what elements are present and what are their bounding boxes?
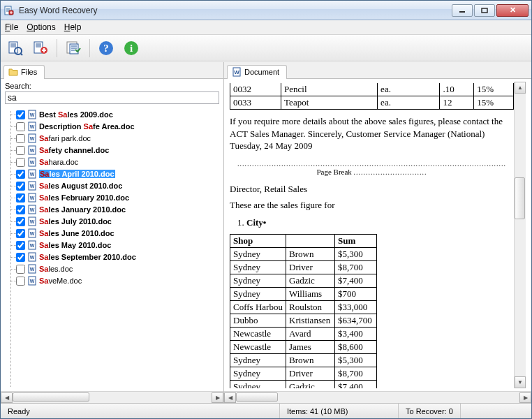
file-checkbox[interactable]	[16, 193, 25, 203]
settings-button[interactable]	[63, 38, 84, 59]
file-checkbox[interactable]	[16, 170, 25, 179]
main-window: Easy Word Recovery ✕ File Options Help ?…	[0, 0, 532, 419]
menu-file[interactable]: File	[5, 22, 18, 32]
file-checkbox[interactable]	[16, 110, 25, 119]
word-doc-icon: W	[27, 264, 37, 274]
statusbar: Ready Items: 41 (10 MB) To Recover: 0	[1, 403, 531, 418]
file-checkbox[interactable]	[16, 277, 25, 286]
word-doc-icon: W	[27, 110, 37, 119]
left-tabrow: Files	[1, 62, 223, 79]
svg-text:W: W	[30, 196, 35, 200]
sales-table: ShopSumSydneyBrown$5,300SydneyDriver$8,7…	[230, 234, 377, 388]
word-doc-icon: W	[27, 240, 37, 250]
page-break: ........................................…	[230, 159, 514, 176]
word-doc-icon: W	[27, 157, 37, 167]
file-checkbox[interactable]	[16, 229, 25, 238]
file-label: SaveMe.doc	[39, 277, 82, 285]
svg-text:W: W	[234, 69, 239, 75]
svg-text:W: W	[30, 136, 35, 141]
file-checkbox[interactable]	[16, 134, 25, 143]
scroll-down-icon[interactable]: ▼	[515, 376, 526, 388]
toolbar-separator	[57, 39, 57, 57]
scroll-up-icon[interactable]: ▲	[515, 82, 526, 94]
preview-button[interactable]	[5, 38, 26, 59]
file-checkbox[interactable]	[16, 253, 25, 262]
left-hscroll[interactable]: ◀ ▶	[1, 391, 223, 403]
about-button[interactable]: i	[121, 38, 142, 59]
menu-options[interactable]: Options	[27, 22, 55, 32]
doc-vscroll[interactable]: ▲ ▼	[514, 82, 526, 388]
file-item[interactable]: WDescription Safe Area.doc	[6, 121, 223, 132]
file-checkbox[interactable]	[16, 205, 25, 214]
svg-rect-9	[70, 44, 78, 54]
file-checkbox[interactable]	[16, 146, 25, 155]
doc-hscroll[interactable]: ◀ ▶	[224, 391, 531, 403]
file-item[interactable]: WSales February 2010.doc	[6, 192, 223, 203]
right-tabrow: W Document	[224, 62, 531, 79]
file-label: Safety channel.doc	[39, 146, 109, 154]
svg-rect-2	[459, 11, 465, 13]
scroll-left-icon[interactable]: ◀	[1, 392, 13, 403]
svg-text:W: W	[30, 172, 35, 177]
svg-text:W: W	[30, 184, 35, 189]
close-button[interactable]: ✕	[496, 4, 529, 17]
doc-paragraph: Director, Retail Sales	[230, 183, 514, 196]
document-view: 0032Pencilea..1015%0033Teapotea.1215%If …	[224, 79, 531, 391]
file-item[interactable]: WSales May 2010.doc	[6, 240, 223, 251]
search-label: Search:	[5, 82, 31, 90]
menu-help[interactable]: Help	[64, 22, 82, 32]
word-doc-icon: W	[27, 122, 37, 131]
scroll-right-icon[interactable]: ▶	[212, 392, 223, 403]
file-label: Description Safe Area.doc	[39, 122, 135, 131]
file-item[interactable]: WSales January 2010.doc	[6, 204, 223, 215]
scroll-thumb[interactable]	[515, 177, 525, 219]
file-item[interactable]: WSales.doc	[6, 263, 223, 274]
document-tab-label: Document	[244, 68, 279, 76]
file-item[interactable]: WSafari park.doc	[6, 133, 223, 144]
file-item[interactable]: WSales July 2010.doc	[6, 216, 223, 227]
search-input[interactable]	[5, 91, 219, 104]
file-label: Sales May 2010.doc	[39, 241, 111, 249]
word-doc-icon: W	[27, 169, 37, 179]
scroll-thumb[interactable]	[236, 392, 278, 402]
scroll-left-icon[interactable]: ◀	[224, 392, 236, 403]
file-item[interactable]: WSales September 2010.doc	[6, 251, 223, 263]
files-tab[interactable]: Files	[3, 65, 45, 79]
file-tree[interactable]: WBest Sales 2009.docWDescription Safe Ar…	[1, 107, 223, 391]
files-tab-label: Files	[21, 68, 37, 76]
file-label: Sahara.doc	[39, 158, 78, 166]
file-label: Sales February 2010.doc	[39, 193, 129, 202]
file-item[interactable]: WSafety channel.doc	[6, 145, 223, 156]
file-label: Sales August 2010.doc	[39, 182, 122, 190]
document-tab[interactable]: W Document	[227, 65, 287, 79]
file-item[interactable]: WSales April 2010.doc	[6, 168, 223, 179]
file-checkbox[interactable]	[16, 158, 25, 167]
file-checkbox[interactable]	[16, 265, 25, 274]
file-label: Sales September 2010.doc	[39, 253, 136, 261]
file-item[interactable]: WBest Sales 2009.doc	[6, 109, 223, 120]
titlebar: Easy Word Recovery ✕	[1, 1, 531, 20]
file-checkbox[interactable]	[16, 182, 25, 191]
file-item[interactable]: WSaveMe.doc	[6, 275, 223, 286]
file-checkbox[interactable]	[16, 217, 25, 226]
file-item[interactable]: WSales June 2010.doc	[6, 228, 223, 239]
scroll-right-icon[interactable]: ▶	[519, 392, 531, 403]
svg-text:W: W	[30, 124, 35, 129]
file-item[interactable]: WSahara.doc	[6, 156, 223, 168]
word-doc-icon: W	[27, 145, 37, 155]
minimize-button[interactable]	[452, 4, 473, 17]
help-button[interactable]: ?	[96, 38, 117, 59]
doc-list: City•	[246, 217, 514, 228]
file-item[interactable]: WSales August 2010.doc	[6, 180, 223, 191]
scroll-thumb[interactable]	[13, 392, 89, 402]
word-doc-icon: W	[27, 205, 37, 214]
maximize-button[interactable]	[474, 4, 495, 17]
file-checkbox[interactable]	[16, 122, 25, 131]
file-checkbox[interactable]	[16, 241, 25, 250]
search-row: Search:	[1, 79, 223, 91]
recover-button[interactable]	[30, 38, 51, 59]
doc-paragraph: If you require more details about the ab…	[230, 115, 514, 152]
toolbar: ? i	[1, 35, 531, 61]
status-items: Items: 41 (10 MB)	[280, 404, 399, 418]
svg-text:W: W	[30, 231, 35, 236]
